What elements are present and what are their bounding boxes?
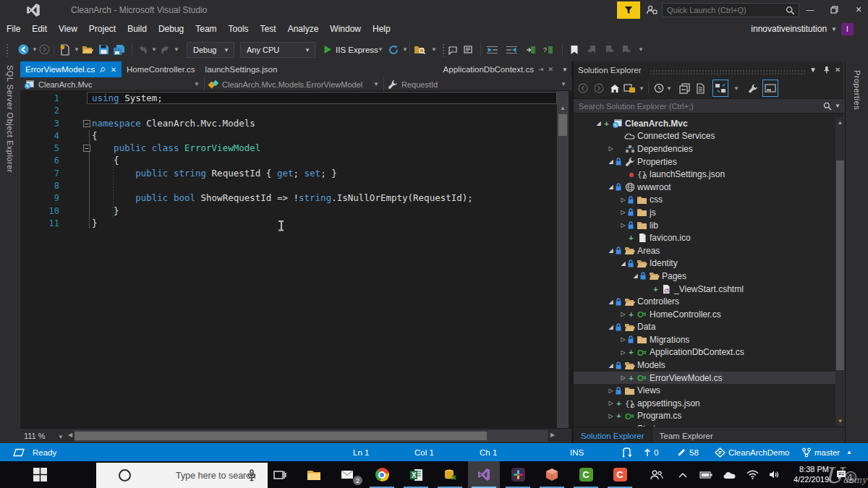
sql-server-object-explorer-tab[interactable]: SQL Server Object Explorer — [0, 61, 20, 443]
menu-build[interactable]: Build — [127, 24, 147, 34]
commits-icon[interactable] — [622, 443, 632, 461]
collapse-arrow-icon[interactable]: ◢ — [607, 158, 615, 165]
navigate-forward-button[interactable] — [39, 38, 50, 61]
expand-arrow-icon[interactable]: ▷ — [619, 374, 627, 381]
next-bookmark-button[interactable] — [605, 38, 614, 61]
tree-item-ErrorViewModel.cs[interactable]: ▷+CErrorViewModel.cs — [574, 372, 845, 385]
undo-dropdown[interactable]: ▼ — [151, 38, 157, 61]
redo-dropdown[interactable]: ▼ — [174, 38, 179, 61]
menu-tools[interactable]: Tools — [229, 24, 249, 34]
decrease-indent-button[interactable] — [486, 38, 498, 61]
expand-arrow-icon[interactable]: ▷ — [607, 388, 615, 394]
restore-button[interactable] — [823, 0, 845, 19]
vertical-scrollbar[interactable]: ▲ — [557, 91, 569, 428]
tree-item-css[interactable]: ▷css — [574, 194, 845, 207]
pin-tab-icon[interactable]: ⚲ — [98, 65, 107, 74]
taskbar-search-input[interactable]: Type here to search — [96, 463, 268, 488]
collapse-arrow-icon[interactable]: ◢ — [607, 299, 615, 305]
menu-project[interactable]: Project — [89, 24, 116, 34]
menu-window[interactable]: Window — [330, 24, 361, 34]
properties-tab[interactable]: Properties — [845, 61, 868, 443]
tree-item-appsettings.json[interactable]: ▷+{}appsettings.json — [574, 397, 845, 410]
code-line[interactable]: 7 public string RequestId { get; set; } — [20, 167, 557, 179]
filter-dropdown[interactable]: ▼ — [666, 80, 672, 97]
quick-launch-input[interactable]: Quick Launch (Ctrl+Q) — [662, 3, 799, 17]
menu-edit[interactable]: Edit — [32, 24, 47, 34]
breadcrumb-segment[interactable]: RequestId▼ — [384, 77, 571, 91]
home-button[interactable] — [610, 80, 620, 97]
find-dropdown[interactable]: ▼ — [431, 38, 437, 61]
close-button[interactable]: ✕ — [848, 0, 868, 19]
scroll-up-arrow[interactable]: ▲ — [557, 105, 569, 111]
tree-item-Dependencies[interactable]: ▷Dependencies — [574, 142, 845, 155]
code-line[interactable]: 4{ — [20, 129, 557, 142]
code-line[interactable]: 1using System; — [20, 92, 557, 104]
collapse-arrow-icon[interactable]: ◢ — [607, 324, 615, 330]
tab-HomeController.cs[interactable]: HomeController.cs — [122, 61, 200, 77]
zoom-level[interactable]: 111 % — [24, 432, 46, 440]
uncommitted-changes[interactable]: 58 — [677, 443, 699, 461]
tree-item-js[interactable]: ▷js — [574, 206, 845, 219]
code-line[interactable]: 8 — [20, 179, 557, 192]
clock[interactable]: 8:38 PM 4/22/2019 — [787, 465, 829, 484]
tree-item-_ViewStart.cshtml[interactable]: +@_ViewStart.cshtml — [574, 283, 845, 296]
search-options-dropdown[interactable]: ▼ — [835, 103, 841, 109]
menu-analyze[interactable]: Analyze — [288, 24, 319, 34]
sync-dropdown[interactable]: ▼ — [733, 80, 739, 97]
feedback-button[interactable] — [617, 1, 640, 19]
camtasia-recorder-icon[interactable]: C — [604, 461, 636, 488]
tree-item-Controllers[interactable]: ◢Controllers — [574, 295, 845, 308]
breadcrumb-segment[interactable]: CleanArch.Mvc.Models.ErrorViewModel▼ — [205, 77, 384, 91]
solution-explorer-header[interactable]: Solution Explorer ▼ ✕ — [574, 64, 845, 78]
start-debug-button[interactable]: IIS Express — [323, 38, 378, 61]
menu-view[interactable]: View — [59, 24, 77, 34]
sql-config-icon[interactable] — [434, 461, 466, 488]
fold-marker[interactable]: − — [83, 120, 90, 127]
toolbar-overflow-dropdown[interactable]: ▼ — [638, 38, 644, 61]
scroll-up-arrow[interactable]: ▲ — [835, 119, 845, 126]
menu-test[interactable]: Test — [260, 24, 276, 34]
visual-studio-taskbar-icon[interactable] — [468, 461, 500, 488]
tab-list-dropdown[interactable]: ▼ — [558, 61, 571, 77]
column-indicator[interactable]: Col 1 — [414, 443, 434, 461]
excel-icon[interactable]: X — [400, 461, 432, 488]
se-forward-button[interactable] — [594, 80, 604, 97]
menu-debug[interactable]: Debug — [158, 24, 184, 34]
solution-platform-select[interactable]: Any CPU▼ — [240, 42, 315, 58]
breadcrumb-segment[interactable]: CleanArch.Mvc▼ — [20, 77, 205, 91]
tab-launchSettings.json[interactable]: launchSettings.json — [200, 61, 283, 77]
navigate-back-button[interactable] — [18, 38, 29, 61]
collapse-all-button[interactable] — [679, 80, 690, 97]
previous-bookmark-button[interactable] — [587, 38, 597, 61]
pin-icon[interactable] — [822, 66, 830, 74]
package-icon[interactable] — [536, 461, 568, 488]
keep-open-icon[interactable]: ⇥ — [538, 66, 544, 73]
code-line[interactable]: 3−namespace CleanArch.Mvc.Models — [20, 117, 557, 129]
tree-item-Pages[interactable]: ◢Pages — [574, 270, 845, 283]
tree-scrollbar[interactable]: ▲ ▼ — [835, 117, 845, 427]
character-indicator[interactable]: Ch 1 — [480, 443, 497, 461]
people-icon[interactable] — [644, 461, 670, 488]
user-account[interactable]: innovativeinstitution ▼ I — [751, 20, 854, 38]
minimize-button[interactable]: — — [799, 0, 821, 19]
tree-item-Identity[interactable]: ◢Identity — [574, 257, 845, 270]
close-tab-icon[interactable]: ✕ — [548, 66, 553, 73]
expand-arrow-icon[interactable]: ▷ — [607, 400, 615, 406]
tree-item-Views[interactable]: ▷Views — [574, 384, 845, 397]
step-over-button[interactable]: ? — [542, 38, 553, 61]
tree-item-lib[interactable]: ▷lib — [574, 219, 845, 232]
comment-button[interactable] — [448, 38, 460, 61]
repository-indicator[interactable]: CleanArchDemo — [715, 443, 789, 461]
new-file-button[interactable] — [59, 38, 71, 61]
uncomment-button[interactable] — [463, 38, 475, 61]
solution-configuration-select[interactable]: Debug▼ — [187, 42, 234, 58]
step-into-button[interactable] — [526, 38, 536, 61]
scroll-down-arrow[interactable]: ▼ — [835, 418, 845, 424]
run-target-dropdown[interactable]: ▼ — [378, 38, 383, 61]
chevron-up-icon[interactable]: ▲ — [846, 443, 852, 461]
tree-item-Connected Services[interactable]: Connected Services — [574, 130, 845, 143]
tree-item-ApplicationDbContext.cs[interactable]: ▷+CApplicationDbContext.cs — [574, 346, 845, 359]
collapse-arrow-icon[interactable]: ◢ — [607, 184, 615, 190]
new-file-dropdown[interactable]: ▼ — [74, 38, 80, 61]
code-line[interactable]: 10 } — [20, 205, 557, 217]
